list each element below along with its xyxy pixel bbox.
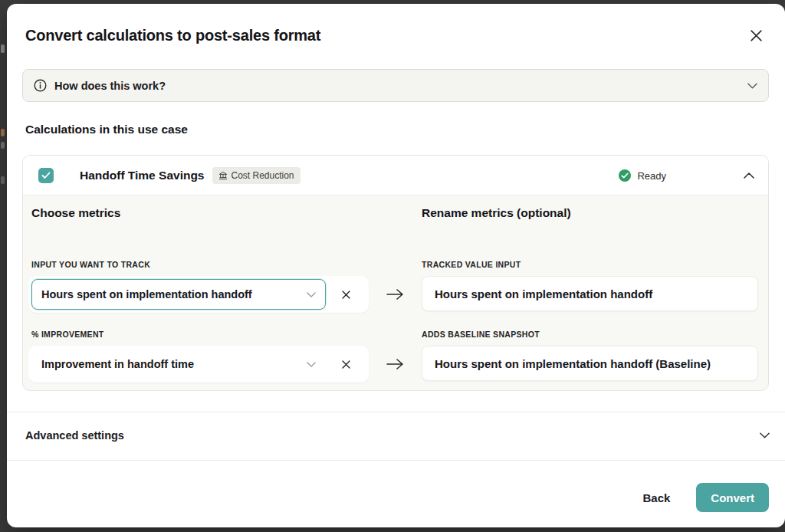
chevron-down-icon [307, 292, 316, 297]
chevron-down-icon [760, 432, 770, 438]
back-button[interactable]: Back [642, 491, 670, 504]
convert-button[interactable]: Convert [696, 483, 769, 512]
background-artifact [1, 142, 5, 149]
metric-field-left: INPUT YOU WANT TO TRACK Hours spent on i… [28, 260, 369, 313]
metric-field-group: Improvement in handoff time [28, 346, 369, 383]
calculation-title: Handoff Time Savings [80, 169, 205, 182]
metric-field-right: ADDS BASELINE SNAPSHOT [422, 330, 758, 381]
background-artifact [1, 44, 5, 53]
field-label: TRACKED VALUE INPUT [422, 260, 758, 269]
ready-check-icon [618, 169, 632, 182]
arrow-right-icon [369, 276, 422, 313]
calculation-checkbox[interactable] [38, 168, 54, 183]
modal-header: Convert calculations to post-sales forma… [25, 24, 767, 47]
tracked-input-select-value: Hours spent on implementation handoff [41, 288, 301, 300]
clear-x-icon [341, 360, 351, 369]
calculation-card-body: Choose metrics Rename metrics (optional)… [23, 195, 768, 383]
field-label: INPUT YOU WANT TO TRACK [31, 260, 369, 269]
calculation-card: Handoff Time Savings Cost Reduction Read… [22, 155, 769, 391]
section-heading: Calculations in this use case [25, 123, 188, 136]
divider [7, 412, 785, 412]
metric-field-left: % IMPROVEMENT Improvement in handoff tim… [28, 330, 369, 383]
modal-title: Convert calculations to post-sales forma… [25, 27, 320, 44]
status-label: Ready [637, 170, 666, 182]
improvement-select[interactable]: Improvement in handoff time [31, 349, 326, 379]
category-badge-label: Cost Reduction [232, 170, 294, 181]
metric-field-group: Hours spent on implementation handoff [28, 276, 369, 313]
status-badge: Ready [618, 156, 666, 195]
tracked-input-select[interactable]: Hours spent on implementation handoff [31, 279, 326, 310]
convert-modal: Convert calculations to post-sales forma… [7, 4, 785, 527]
advanced-settings-toggle[interactable]: Advanced settings [25, 420, 770, 451]
arrow-right-icon [369, 346, 422, 383]
close-button[interactable] [745, 25, 767, 46]
background-artifact [1, 129, 5, 136]
how-it-works-label: How does this work? [54, 80, 740, 92]
modal-footer: Back Convert [642, 483, 769, 512]
choose-metrics-heading: Choose metrics [31, 206, 369, 220]
clear-tracked-input-button[interactable] [326, 279, 366, 310]
category-badge: Cost Reduction [212, 167, 301, 184]
field-label: ADDS BASELINE SNAPSHOT [422, 330, 758, 339]
calculation-card-header[interactable]: Handoff Time Savings Cost Reduction Read… [23, 156, 768, 195]
divider [7, 460, 785, 461]
bank-icon [218, 171, 228, 180]
tracked-value-input[interactable] [422, 276, 758, 311]
close-icon [750, 29, 763, 42]
clear-improvement-button[interactable] [326, 349, 366, 379]
info-icon [34, 79, 47, 92]
field-label: % IMPROVEMENT [31, 330, 369, 339]
improvement-select-value: Improvement in handoff time [41, 358, 301, 370]
chevron-down-icon [747, 83, 757, 89]
chevron-down-icon [307, 362, 316, 367]
baseline-snapshot-input[interactable] [422, 346, 758, 381]
clear-x-icon [341, 290, 351, 300]
background-artifact [1, 176, 5, 184]
advanced-settings-label: Advanced settings [25, 429, 124, 442]
chevron-up-icon[interactable] [744, 172, 754, 179]
how-it-works-accordion[interactable]: How does this work? [22, 69, 769, 102]
checkbox-check-icon [41, 172, 51, 179]
rename-metrics-heading: Rename metrics (optional) [422, 206, 758, 220]
metric-field-right: TRACKED VALUE INPUT [422, 260, 758, 311]
